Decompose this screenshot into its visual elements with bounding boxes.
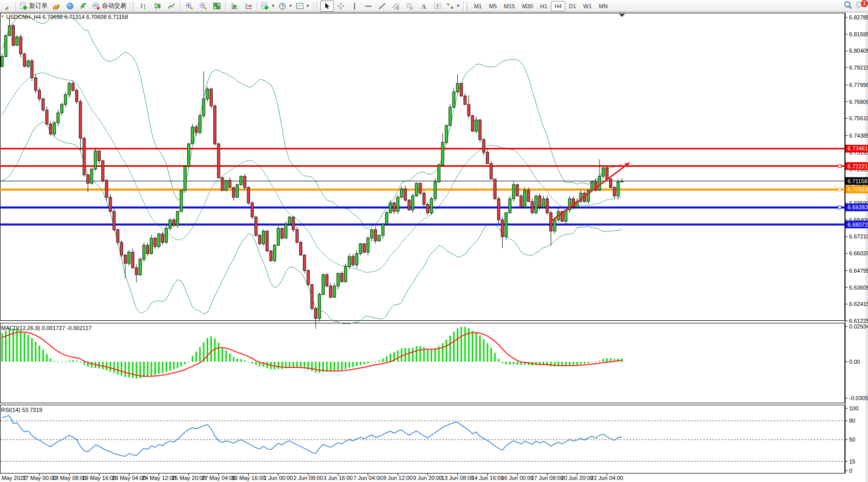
chart-shift-marker[interactable] [619, 14, 625, 17]
timeframe-button-d1[interactable]: D1 [565, 1, 580, 11]
line-selection-handle[interactable] [838, 188, 841, 191]
indicators-button[interactable]: ▼ [259, 1, 277, 12]
toolbar-separator [180, 2, 181, 11]
time-axis-label: 19 May 16:00 [82, 475, 116, 481]
time-axis-label: 17 Jun 08:00 [531, 475, 564, 481]
clipped-toolbar-icon [0, 1, 14, 12]
svg-text:0.00: 0.00 [849, 359, 860, 365]
arrows-tool-button[interactable]: ▼ [444, 1, 462, 12]
rsi-axis[interactable]: 1008050150 [845, 405, 858, 474]
timeframe-button-m15[interactable]: M15 [500, 1, 518, 11]
zoom-out-button[interactable] [196, 1, 210, 12]
time-axis-label: 8 Jun 12:00 [383, 475, 413, 481]
time-axis-label: 3 Jun 16:00 [323, 475, 353, 481]
svg-text:6.62415: 6.62415 [849, 301, 868, 307]
autotrade-button[interactable]: 自动交易 [91, 1, 128, 12]
zoom-in-button[interactable] [182, 1, 196, 12]
candlestick-chart-button[interactable] [150, 1, 164, 12]
main-toolbar: 新订单自动交易▼▼▼EFAT▼M1M5M15M30H1H4D1W1MN1 [0, 0, 868, 12]
svg-text:A: A [421, 3, 426, 10]
zoom-in-icon [185, 2, 193, 10]
svg-text:E: E [397, 7, 399, 10]
notifications-button[interactable]: 1 [856, 1, 865, 11]
timeframe-button-m1[interactable]: M1 [471, 1, 485, 11]
new-order-button[interactable]: 新订单 [18, 1, 49, 12]
time-axis-label: 27 May 04:00 [202, 475, 236, 481]
dropdown-caret-icon[interactable]: ▼ [288, 4, 293, 8]
vertical-line-tool-button[interactable] [348, 1, 362, 12]
rsi-label: RSI(14) 53.7319 [1, 407, 42, 413]
timeframe-button-w1[interactable]: W1 [580, 1, 595, 11]
cursor-tool-button[interactable] [320, 1, 334, 12]
svg-text:6.74385: 6.74385 [849, 133, 868, 139]
tile-windows-button[interactable] [210, 1, 224, 12]
svg-text:6.70553: 6.70553 [848, 186, 868, 192]
line-selection-handle[interactable] [838, 206, 841, 209]
svg-text:6.82785: 6.82785 [849, 14, 868, 20]
signals-button[interactable] [77, 1, 91, 12]
periods-button[interactable]: ▼ [277, 1, 294, 12]
timeframe-button-mn[interactable]: MN [595, 1, 611, 11]
text-label-tool-button[interactable]: T [431, 1, 444, 12]
macd-axis[interactable]: 0.0293410.00-0.030587 [845, 323, 868, 401]
dropdown-caret-icon[interactable]: ▼ [306, 4, 310, 8]
time-axis-label: 14 Jun 16:00 [471, 475, 504, 481]
svg-text:6.79215: 6.79215 [849, 64, 868, 71]
time-axis-label: 1 Jun 00:00 [263, 475, 293, 481]
auto-scroll-button[interactable] [228, 1, 241, 12]
dropdown-caret-icon[interactable]: ▼ [456, 4, 460, 8]
dropdown-caret-icon[interactable]: ▼ [271, 4, 275, 8]
svg-text:6.77990: 6.77990 [849, 82, 868, 88]
trendline-tool-button[interactable] [375, 1, 389, 12]
time-axis-label: 25 May 20:00 [172, 475, 206, 481]
line-selection-handle[interactable] [838, 165, 841, 168]
text-tool-button[interactable]: A [417, 1, 431, 12]
mt4-terminal-window: 新订单自动交易▼▼▼EFAT▼M1M5M15M30H1H4D1W1MN1 USD… [0, 0, 868, 482]
svg-text:6.68072: 6.68072 [848, 222, 868, 228]
svg-text:6.76800: 6.76800 [849, 99, 868, 105]
svg-text:6.64795: 6.64795 [849, 268, 868, 274]
crosshair-icon [337, 2, 345, 10]
svg-text:6.66020: 6.66020 [849, 250, 868, 256]
panel-frames [1, 13, 845, 473]
time-axis-label: 30 May 16:00 [231, 475, 265, 481]
svg-text:6.75610: 6.75610 [849, 115, 868, 121]
toolbar-grip [132, 2, 135, 10]
chart-canvas[interactable]: USDCNH-,H4 6.70656 6.71314 6.70608 6.711… [0, 0, 868, 482]
timeframe-button-m30[interactable]: M30 [519, 1, 537, 11]
horizontal-line-tool-button[interactable] [362, 1, 375, 12]
svg-text:6.73461: 6.73461 [848, 145, 868, 151]
fibonacci-tool-button[interactable]: F [403, 1, 417, 12]
crosshair-tool-button[interactable] [334, 1, 348, 12]
line-chart-button[interactable] [164, 1, 178, 12]
chart-shift-button[interactable] [241, 1, 255, 12]
price-level-label: 6.70553 [845, 186, 868, 193]
templates-button[interactable]: ▼ [294, 1, 311, 12]
svg-text:50: 50 [849, 436, 855, 443]
timeframe-button-h1[interactable]: H1 [537, 1, 551, 11]
svg-text:0: 0 [849, 468, 852, 474]
periods-icon [278, 2, 286, 10]
toolbar-grip [316, 2, 319, 10]
price-level-label: 6.71158 [845, 177, 868, 185]
zoom-out-icon [199, 2, 207, 10]
toolbar-separator [463, 2, 464, 11]
market-watch-button[interactable] [49, 1, 63, 12]
time-axis-label: 23 May 04:00 [112, 475, 146, 481]
svg-text:F: F [411, 7, 413, 10]
navigator-icon [66, 2, 74, 10]
price-level-label: 6.73461 [845, 145, 868, 152]
timeframe-button-m5[interactable]: M5 [485, 1, 500, 11]
navigator-button[interactable] [63, 1, 77, 12]
time-axis[interactable]: May 202217 May 00:0018 May 08:0019 May 1… [2, 473, 623, 481]
market-watch-icon [52, 2, 60, 10]
time-axis-label: 7 Jun 04:00 [353, 475, 383, 481]
time-axis-label: 9 Jun 20:00 [413, 475, 442, 481]
autotrade-icon [92, 2, 100, 10]
candles-icon [153, 2, 162, 10]
timeframe-button-h4[interactable]: H4 [551, 1, 565, 11]
search-button[interactable] [843, 1, 853, 12]
price-level-label: 6.69283 [845, 204, 868, 211]
equidistant-channel-tool-button[interactable]: E [389, 1, 403, 12]
bar-chart-button[interactable] [137, 1, 150, 12]
